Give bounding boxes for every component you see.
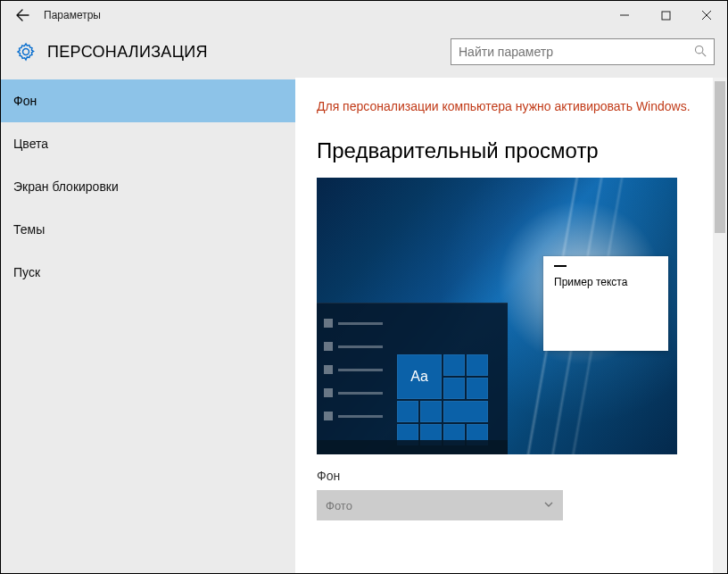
sidebar-item-start[interactable]: Пуск bbox=[1, 251, 295, 294]
sidebar-item-label: Цвета bbox=[13, 137, 48, 151]
dash-icon bbox=[554, 265, 567, 267]
preview-image: Пример текста Aa bbox=[317, 178, 677, 454]
tile bbox=[420, 401, 442, 422]
sidebar-item-label: Пуск bbox=[13, 265, 40, 279]
preview-start-left-column bbox=[324, 317, 383, 433]
tile-aa: Aa bbox=[397, 354, 442, 399]
chevron-down-icon bbox=[543, 498, 554, 512]
sidebar-item-background[interactable]: Фон bbox=[1, 79, 295, 122]
svg-rect-0 bbox=[662, 12, 670, 20]
tile bbox=[397, 401, 418, 422]
section-title: ПЕРСОНАЛИЗАЦИЯ bbox=[47, 43, 208, 62]
close-icon bbox=[701, 10, 712, 21]
svg-point-1 bbox=[695, 46, 702, 53]
close-button[interactable] bbox=[686, 1, 727, 29]
back-arrow-icon bbox=[15, 8, 29, 22]
minimize-icon bbox=[619, 10, 630, 21]
content-wrap: Для персонализации компьютера нужно акти… bbox=[295, 78, 727, 573]
preview-start-panel: Aa bbox=[317, 303, 508, 454]
tile bbox=[443, 354, 465, 376]
background-dropdown-value: Фото bbox=[326, 499, 352, 512]
minimize-button[interactable] bbox=[604, 1, 645, 29]
preview-sample-window: Пример текста bbox=[543, 256, 668, 351]
scrollbar-thumb[interactable] bbox=[715, 81, 725, 233]
search-icon bbox=[691, 45, 707, 60]
body: Фон Цвета Экран блокировки Темы Пуск Для… bbox=[1, 78, 727, 573]
maximize-icon bbox=[661, 11, 671, 21]
preview-taskbar bbox=[317, 440, 508, 454]
tile bbox=[467, 354, 488, 376]
search-input[interactable] bbox=[459, 45, 691, 59]
scrollbar[interactable] bbox=[713, 78, 727, 573]
sidebar-item-label: Фон bbox=[13, 94, 37, 108]
back-button[interactable] bbox=[1, 1, 44, 29]
preview-tiles: Aa bbox=[397, 354, 490, 447]
sidebar-item-lockscreen[interactable]: Экран блокировки bbox=[1, 165, 295, 208]
background-dropdown[interactable]: Фото bbox=[317, 490, 563, 520]
content: Для персонализации компьютера нужно акти… bbox=[295, 78, 713, 573]
tile bbox=[467, 378, 488, 399]
window-title: Параметры bbox=[44, 9, 101, 21]
preview-heading: Предварительный просмотр bbox=[317, 138, 691, 163]
activation-warning: Для персонализации компьютера нужно акти… bbox=[317, 97, 691, 115]
tile bbox=[443, 378, 465, 399]
background-label: Фон bbox=[317, 469, 691, 483]
sidebar-item-label: Темы bbox=[13, 222, 45, 237]
header: ПЕРСОНАЛИЗАЦИЯ bbox=[1, 29, 727, 78]
tile bbox=[443, 401, 488, 422]
sidebar-item-colors[interactable]: Цвета bbox=[1, 122, 295, 165]
sidebar-item-label: Экран блокировки bbox=[13, 179, 119, 194]
sample-text: Пример текста bbox=[554, 276, 658, 288]
settings-gear-icon bbox=[13, 39, 38, 64]
sidebar-item-themes[interactable]: Темы bbox=[1, 208, 295, 251]
search-box[interactable] bbox=[451, 38, 715, 65]
titlebar: Параметры bbox=[1, 1, 727, 29]
sidebar: Фон Цвета Экран блокировки Темы Пуск bbox=[1, 78, 295, 573]
maximize-button[interactable] bbox=[645, 1, 686, 29]
